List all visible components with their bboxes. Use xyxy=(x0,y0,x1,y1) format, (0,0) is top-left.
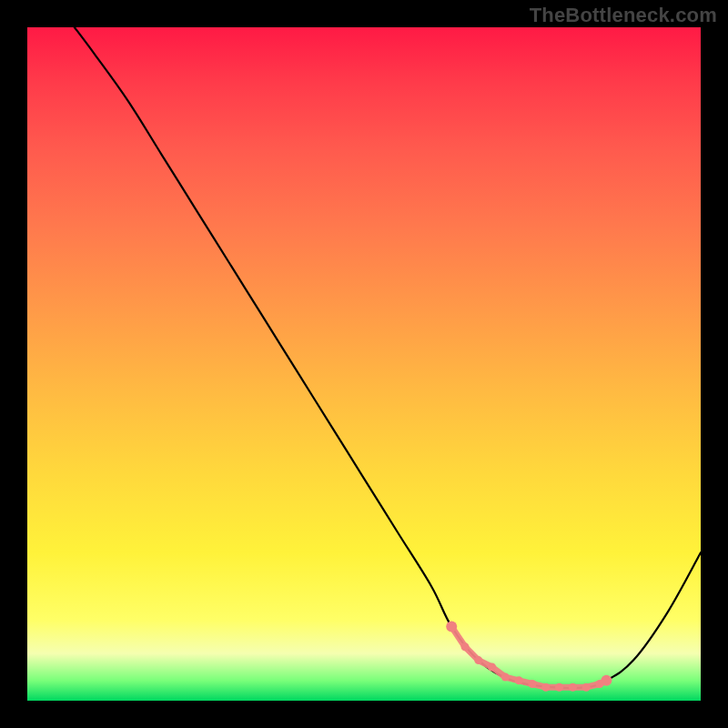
marker-dot xyxy=(601,675,612,686)
curve-layer xyxy=(27,27,701,701)
highlighted-range xyxy=(446,622,612,692)
bottleneck-curve xyxy=(75,27,701,688)
marker-dot xyxy=(529,680,537,688)
marker-dot xyxy=(501,673,510,682)
watermark-text: TheBottleneck.com xyxy=(530,4,717,27)
marker-dot xyxy=(582,683,591,692)
plot-area xyxy=(27,27,701,701)
marker-dot xyxy=(488,663,496,672)
chart-frame: TheBottleneck.com xyxy=(0,0,728,728)
marker-dot xyxy=(474,656,482,664)
marker-dot xyxy=(569,683,577,692)
marker-dot xyxy=(461,642,470,651)
marker-dot xyxy=(555,683,563,692)
marker-dot xyxy=(515,676,523,684)
marker-connector xyxy=(451,627,606,688)
marker-dot xyxy=(446,622,457,632)
marker-dot xyxy=(541,683,550,692)
